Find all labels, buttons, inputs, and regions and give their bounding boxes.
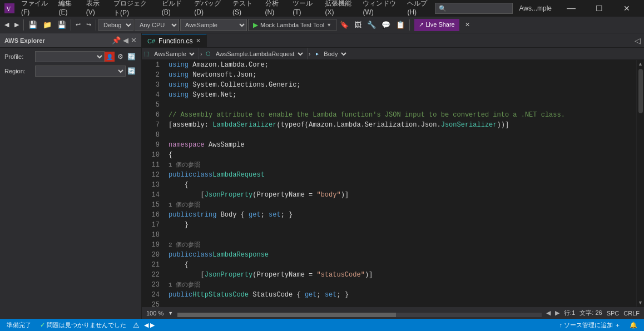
line-number: 24 — [142, 290, 160, 300]
collapse-editor-icon[interactable]: ◁ — [631, 36, 644, 45]
line-number: 22 — [142, 270, 160, 280]
minimize-button[interactable]: — — [558, 0, 584, 17]
no-errors-status[interactable]: ✓ 問題は見つかりませんでした — [38, 319, 128, 331]
add-profile-button[interactable]: 👤 — [105, 52, 115, 62]
close-button[interactable]: ✕ — [614, 0, 640, 17]
line-number: 7 — [142, 120, 160, 130]
refresh-profile-button[interactable]: 🔄 — [126, 51, 137, 62]
menu-build[interactable]: ビルド(B) — [157, 0, 189, 19]
breadcrumb-arrow-2: › — [308, 51, 312, 57]
line-number: 23 — [142, 280, 160, 290]
bookmark-button[interactable]: 🔖 — [338, 19, 351, 31]
code-line: { — [169, 180, 632, 190]
tab-function-cs[interactable]: C# Function.cs ✕ — [142, 34, 207, 47]
code-content[interactable]: using Amazon.Lambda.Core; using Newtonso… — [164, 60, 636, 307]
h-scrollbar[interactable] — [177, 313, 542, 317]
scroll-thumb[interactable] — [638, 69, 643, 113]
menu-view[interactable]: 表示(V) — [82, 0, 108, 19]
scroll-bar-area — [177, 309, 542, 317]
format-button[interactable]: 📋 — [394, 19, 407, 31]
breadcrumb-select-3[interactable]: Body — [320, 50, 348, 58]
debug-mode-dropdown[interactable]: Debug — [98, 19, 133, 31]
scroll-down-button[interactable]: ▼ — [637, 299, 645, 307]
line-number: 15 — [142, 200, 160, 210]
bell-status[interactable]: 🔔 — [627, 319, 640, 331]
undo-button[interactable]: ↩ — [73, 19, 83, 31]
sidebar-close-icon[interactable]: ✕ — [131, 36, 137, 44]
refresh-region-button[interactable]: 🔄 — [126, 66, 137, 77]
menu-analyze[interactable]: 分析(N) — [261, 0, 288, 19]
up-arrow-icon: ↑ — [559, 322, 563, 328]
run-label: Mock Lambda Test Tool — [260, 22, 324, 28]
sidebar-header: AWS Explorer 📌 ◀ ✕ — [0, 33, 141, 48]
scroll-thumb-area[interactable] — [637, 68, 644, 299]
comment-button[interactable]: 💬 — [379, 19, 393, 31]
line-number: 21 — [142, 260, 160, 270]
run-button[interactable]: ▶ Mock Lambda Test Tool ▼ — [248, 19, 336, 31]
scroll-right-button[interactable]: ▶ — [555, 309, 559, 317]
menu-bar: ファイル(F) 編集(E) 表示(V) プロジェクト(P) ビルド(B) デバッ… — [17, 0, 435, 19]
save-btn[interactable]: 💾 — [26, 19, 39, 31]
sidebar-pin-icon[interactable]: 📌 — [112, 36, 121, 44]
ready-status[interactable]: 準備完了 — [4, 319, 33, 331]
cpu-mode-dropdown[interactable]: Any CPU — [135, 19, 179, 31]
run-dropdown-icon: ▼ — [326, 22, 331, 28]
code-line: using System.Collections.Generic; — [169, 80, 632, 90]
source-control-status[interactable]: ↑ ソース管理に追加 ＋ — [557, 319, 623, 331]
redo-button[interactable]: ↪ — [84, 19, 93, 31]
menu-window[interactable]: ウィンドウ(W) — [358, 0, 402, 19]
status-bar: 準備完了 ✓ 問題は見つかりませんでした ⚠ ◀ ▶ ↑ ソース管理に追加 ＋ … — [0, 319, 644, 331]
code-line: 2 個の参照 — [169, 240, 632, 250]
menu-test[interactable]: テスト(S) — [228, 0, 260, 19]
project-dropdown[interactable]: AwsSample — [180, 19, 247, 31]
menu-debug[interactable]: デバッグ(D) — [190, 0, 227, 19]
settings-profile-button[interactable]: ⚙ — [115, 51, 126, 62]
source-control-label: ソース管理に追加 — [564, 321, 613, 329]
title-search-input[interactable] — [435, 3, 513, 14]
open-btn[interactable]: 📁 — [41, 19, 54, 31]
scroll-up-button[interactable]: ▲ — [637, 60, 645, 68]
scroll-track[interactable]: ▲ ▼ — [636, 60, 644, 307]
close-panel-button[interactable]: ✕ — [463, 19, 472, 31]
region-label: Region: — [4, 68, 35, 74]
menu-project[interactable]: プロジェクト(P) — [109, 0, 156, 19]
profile-select[interactable] — [35, 51, 105, 62]
status-warning-icon: ⚠ — [133, 321, 140, 329]
menu-tools[interactable]: ツール(T) — [288, 0, 319, 19]
save-all-btn[interactable]: 💾 — [55, 19, 68, 31]
line-number: 3 — [142, 80, 160, 90]
code-line: 1 個の参照 — [169, 280, 632, 290]
menu-file[interactable]: ファイル(F) — [17, 0, 53, 19]
breadcrumb-select-2[interactable]: AwsSample.LambdaRequest — [212, 50, 305, 58]
editor-bottom-bar: 100 % ▼ ◀ ▶ 行:1 文字: 26 SPC CRLF — [142, 307, 644, 319]
screenshot-button[interactable]: 🖼 — [352, 19, 364, 31]
breadcrumb-part-2: ⬡ AwsSample.LambdaRequest — [204, 48, 308, 59]
code-line: namespace AwsSample — [169, 140, 632, 150]
h-scrollbar-thumb[interactable] — [177, 313, 396, 317]
sep1 — [23, 19, 24, 31]
sidebar-auto-hide-icon[interactable]: ◀ — [123, 36, 128, 44]
line-number: 11 — [142, 160, 160, 170]
cursor-spc: SPC — [607, 310, 620, 317]
menu-extensions[interactable]: 拡張機能(X) — [320, 0, 357, 19]
editor-area: C# Function.cs ✕ ◁ ⬚ AwsSample › ⬡ AwsSa… — [142, 33, 644, 319]
sep2 — [71, 19, 71, 31]
bell-icon: 🔔 — [630, 322, 637, 329]
live-share-button[interactable]: ↗ Live Share — [414, 19, 459, 31]
tools-button[interactable]: 🔧 — [365, 19, 378, 31]
code-line: using System.Net; — [169, 90, 632, 100]
back-button[interactable]: ◀ — [2, 19, 11, 31]
cursor-line: 行:1 — [564, 309, 575, 317]
region-select[interactable] — [35, 66, 126, 77]
toolbar: ◀ ▶ 💾 📁 💾 ↩ ↪ Debug Any CPU AwsSample ▶ … — [0, 17, 644, 33]
forward-button[interactable]: ▶ — [12, 19, 21, 31]
tab-close-button[interactable]: ✕ — [196, 37, 201, 44]
breadcrumb-select-1[interactable]: AwsSample — [151, 50, 196, 58]
maximize-button[interactable]: ☐ — [586, 0, 612, 17]
no-errors-label: 問題は見つかりませんでした — [47, 321, 126, 329]
menu-help[interactable]: ヘルプ(H) — [403, 0, 434, 19]
menu-edit[interactable]: 編集(E) — [54, 0, 80, 19]
line-number: 19 — [142, 240, 160, 250]
line-number: 6 — [142, 110, 160, 120]
scroll-left-button[interactable]: ◀ — [546, 309, 551, 317]
